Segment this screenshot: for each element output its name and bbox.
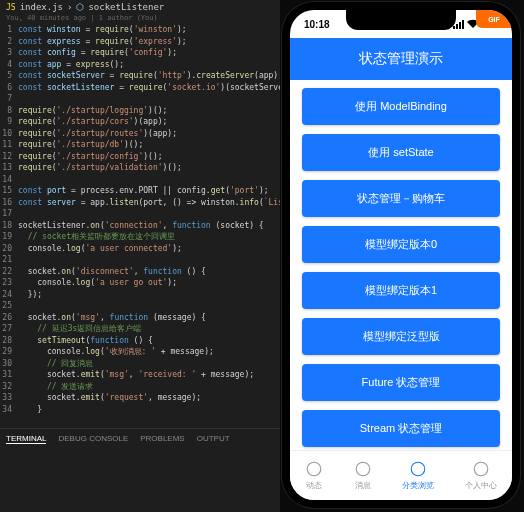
svg-point-2 xyxy=(412,462,426,476)
list-button[interactable]: 模型绑定泛型版 xyxy=(302,318,500,355)
tab-item[interactable]: 个人中心 xyxy=(465,460,497,491)
tab-icon xyxy=(409,460,427,478)
code-line[interactable]: 25 xyxy=(0,300,280,312)
code-line[interactable]: 24 }); xyxy=(0,289,280,301)
code-line[interactable]: 5const socketServer = require('http').cr… xyxy=(0,70,280,82)
code-line[interactable]: 27 // 延迟3s返回信息给客户端 xyxy=(0,323,280,335)
code-line[interactable]: 6const socketListener = require('socket.… xyxy=(0,82,280,94)
list-button[interactable]: Stream 状态管理 xyxy=(302,410,500,447)
list-button[interactable]: 使用 ModelBinding xyxy=(302,88,500,125)
code-line[interactable]: 28 setTimeout(function () { xyxy=(0,335,280,347)
list-button[interactable]: 模型绑定版本0 xyxy=(302,226,500,263)
code-line[interactable]: 1const winston = require('winston'); xyxy=(0,24,280,36)
corner-badge: GIF xyxy=(476,10,512,28)
symbol-icon: ⬡ xyxy=(76,2,84,12)
code-line[interactable]: 34 } xyxy=(0,404,280,416)
terminal-tab[interactable]: OUTPUT xyxy=(197,434,230,443)
tab-label: 个人中心 xyxy=(465,480,497,491)
code-line[interactable]: 3const config = require('config'); xyxy=(0,47,280,59)
status-time: 10:18 xyxy=(304,19,330,30)
svg-point-1 xyxy=(356,462,370,476)
code-line[interactable]: 20 console.log('a user connected'); xyxy=(0,243,280,255)
phone-frame: GIF 10:18 状态管理演示 使用 ModelBinding使用 setSt… xyxy=(282,2,520,508)
phone-notch xyxy=(346,10,456,30)
code-line[interactable]: 10require('./startup/routes')(app); xyxy=(0,128,280,140)
svg-point-3 xyxy=(474,462,488,476)
code-line[interactable]: 12require('./startup/config')(); xyxy=(0,151,280,163)
code-line[interactable]: 7 xyxy=(0,93,280,105)
chevron-right-icon: › xyxy=(67,2,72,12)
breadcrumb[interactable]: JS index.js › ⬡ socketListener xyxy=(0,0,280,14)
code-line[interactable]: 32 // 发送请求 xyxy=(0,381,280,393)
list-button[interactable]: Future 状态管理 xyxy=(302,364,500,401)
tab-icon xyxy=(305,460,323,478)
code-line[interactable]: 31 socket.emit('msg', 'received: ' + mes… xyxy=(0,369,280,381)
breadcrumb-file: index.js xyxy=(20,2,63,12)
code-line[interactable]: 21 xyxy=(0,254,280,266)
code-line[interactable]: 8require('./startup/logging')(); xyxy=(0,105,280,117)
app-bar-title: 状态管理演示 xyxy=(290,38,512,80)
code-line[interactable]: 18socketListener.on('connection', functi… xyxy=(0,220,280,232)
terminal-panel-tabs: TERMINALDEBUG CONSOLEPROBLEMSOUTPUT xyxy=(0,428,280,448)
code-line[interactable]: 9require('./startup/cors')(app); xyxy=(0,116,280,128)
terminal-tab[interactable]: PROBLEMS xyxy=(140,434,184,443)
code-line[interactable]: 11require('./startup/db')(); xyxy=(0,139,280,151)
list-button[interactable]: 模型绑定版本1 xyxy=(302,272,500,309)
svg-point-0 xyxy=(308,462,322,476)
code-line[interactable]: 19 // socket相关监听都要放在这个回调里 xyxy=(0,231,280,243)
code-area[interactable]: 1const winston = require('winston');2con… xyxy=(0,24,280,415)
tab-icon xyxy=(354,460,372,478)
terminal-tab[interactable]: DEBUG CONSOLE xyxy=(58,434,128,443)
code-line[interactable]: 23 console.log('a user go out'); xyxy=(0,277,280,289)
code-line[interactable]: 29 console.log('收到消息: ' + message); xyxy=(0,346,280,358)
breadcrumb-symbol: socketListener xyxy=(88,2,164,12)
js-file-icon: JS xyxy=(6,3,16,12)
tab-item[interactable]: 消息 xyxy=(354,460,372,491)
tab-icon xyxy=(472,460,490,478)
code-line[interactable]: 22 socket.on('disconnect', function () { xyxy=(0,266,280,278)
tab-item[interactable]: 分类浏览 xyxy=(402,460,434,491)
tab-label: 动态 xyxy=(306,480,322,491)
git-author-line: You, 40 minutes ago | 1 author (You) xyxy=(0,14,280,24)
terminal-tab[interactable]: TERMINAL xyxy=(6,434,46,444)
tab-item[interactable]: 动态 xyxy=(305,460,323,491)
code-line[interactable]: 30 // 回复消息 xyxy=(0,358,280,370)
phone-screen: GIF 10:18 状态管理演示 使用 ModelBinding使用 setSt… xyxy=(290,10,512,500)
code-line[interactable]: 33 socket.emit('request', message); xyxy=(0,392,280,404)
list-button[interactable]: 状态管理－购物车 xyxy=(302,180,500,217)
code-line[interactable]: 16const server = app.listen(port, () => … xyxy=(0,197,280,209)
code-line[interactable]: 15const port = process.env.PORT || confi… xyxy=(0,185,280,197)
list-button[interactable]: 使用 setState xyxy=(302,134,500,171)
tab-label: 分类浏览 xyxy=(402,480,434,491)
code-line[interactable]: 26 socket.on('msg', function (message) { xyxy=(0,312,280,324)
tab-label: 消息 xyxy=(355,480,371,491)
code-line[interactable]: 17 xyxy=(0,208,280,220)
bottom-tab-bar: 动态消息分类浏览个人中心 xyxy=(290,450,512,500)
code-line[interactable]: 13require('./startup/validation')(); xyxy=(0,162,280,174)
code-line[interactable]: 4const app = express(); xyxy=(0,59,280,71)
code-line[interactable]: 2const express = require('express'); xyxy=(0,36,280,48)
code-line[interactable]: 14 xyxy=(0,174,280,186)
button-list: 使用 ModelBinding使用 setState状态管理－购物车模型绑定版本… xyxy=(290,80,512,450)
